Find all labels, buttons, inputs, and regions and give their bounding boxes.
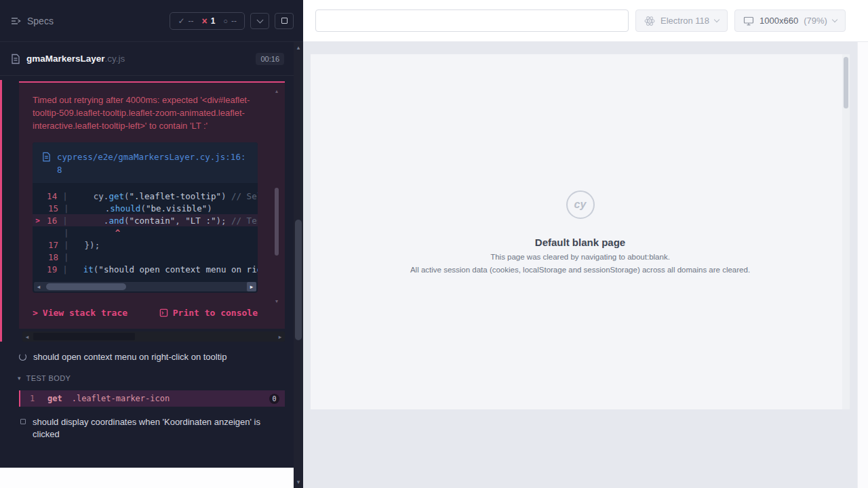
scroll-up-icon[interactable]: ▴ — [294, 44, 303, 51]
command-number: 1 — [30, 394, 47, 403]
cypress-logo: cy — [566, 190, 595, 219]
scroll-right-icon[interactable]: ▸ — [247, 282, 256, 291]
runner-body: cy Default blank page This page was clea… — [303, 42, 868, 488]
attempt-horizontal-scrollbar[interactable]: ◂ ▸ — [22, 331, 285, 342]
stop-run-button[interactable] — [275, 13, 294, 29]
collapse-all-button[interactable] — [250, 13, 269, 29]
code-hscroll-thumb[interactable] — [46, 283, 126, 290]
aut-frame: cy Default blank page This page was clea… — [311, 54, 850, 409]
stat-passed: ✓ -- — [178, 16, 193, 26]
aut-scrollbar[interactable] — [842, 54, 850, 409]
scroll-left-icon[interactable]: ◂ — [34, 282, 43, 291]
error-message: Timed out retrying after 4000ms: expecte… — [33, 94, 253, 132]
file-link-text: cypress/e2e/gmaMarkersLayer.cy.js:16:8 — [57, 150, 248, 176]
code-frame: cypress/e2e/gmaMarkersLayer.cy.js:16:8 1… — [33, 142, 258, 293]
browser-select[interactable]: Electron 118 — [635, 9, 728, 32]
reporter-scroll-thumb[interactable] — [295, 220, 302, 340]
blank-page-title: Default blank page — [535, 237, 625, 248]
url-input[interactable] — [315, 9, 629, 32]
spec-file-icon — [11, 54, 20, 64]
reporter-scrollbar[interactable]: ▴ ▾ — [294, 42, 303, 488]
command-row[interactable]: 1 get .leaflet-marker-icon 0 — [19, 390, 285, 407]
code-frame-file-link[interactable]: cypress/e2e/gmaMarkersLayer.cy.js:16:8 — [33, 142, 258, 183]
passed-count: -- — [188, 16, 193, 26]
chevron-down-icon — [832, 17, 837, 22]
command-method: get — [47, 394, 62, 403]
specs-menu-icon — [11, 17, 21, 25]
test-title: should open context menu on right-click … — [33, 351, 226, 363]
error-panel: Timed out retrying after 4000ms: expecte… — [19, 81, 285, 329]
test-running-row[interactable]: should open context menu on right-click … — [0, 342, 294, 367]
stat-failed: × 1 — [201, 16, 215, 26]
specs-label: Specs — [27, 16, 54, 26]
stage: cy Default blank page This page was clea… — [303, 42, 857, 488]
electron-icon — [644, 16, 655, 26]
chevron-down-icon: ▾ — [18, 375, 21, 382]
aut-scroll-thumb[interactable] — [844, 57, 848, 108]
runner-pane: Electron 118 1000x660 (79%) cy Default b… — [303, 0, 868, 488]
specs-toggle[interactable]: Specs — [11, 16, 54, 26]
print-to-console-button[interactable]: Print to console — [159, 308, 258, 318]
cypress-app: Specs ✓ -- × 1 ○ -- — [0, 0, 868, 488]
command-count-badge: 0 — [269, 394, 279, 404]
code-horizontal-scrollbar[interactable]: ◂ ▸ — [34, 282, 256, 291]
code-lines: 14| cy.get(".leaflet-tooltip") // Sele15… — [33, 183, 258, 277]
blank-page-line2: All active session data (cookies, localS… — [410, 266, 750, 274]
console-icon — [159, 308, 168, 317]
browser-label: Electron 118 — [660, 16, 709, 26]
reporter-sidebar: Specs ✓ -- × 1 ○ -- — [0, 0, 303, 488]
code-line: 17| }); — [33, 239, 258, 251]
spec-duration-badge: 00:16 — [256, 53, 284, 65]
x-icon: × — [201, 16, 207, 26]
blank-page-line1: This page was cleared by navigating to a… — [490, 253, 670, 261]
check-icon: ✓ — [178, 16, 184, 26]
viewport-info[interactable]: 1000x660 (79%) — [734, 9, 846, 32]
reporter-header-controls: ✓ -- × 1 ○ -- — [170, 12, 294, 30]
viewport-size: 1000x660 — [760, 16, 798, 26]
monitor-icon — [743, 16, 754, 26]
error-panel-scrollbar[interactable]: ▴ ▾ — [274, 91, 279, 302]
print-to-console-label: Print to console — [173, 308, 258, 318]
scroll-down-icon[interactable]: ▾ — [274, 298, 279, 304]
code-line: >16| .and("contain", "LT :"); // Test — [33, 214, 258, 226]
view-stack-trace-label: View stack trace — [43, 308, 127, 318]
spec-ext: .cy.js — [105, 54, 125, 64]
pending-count: -- — [231, 16, 237, 26]
code-line: 18| — [33, 251, 258, 263]
test-body-toggle[interactable]: ▾ TEST BODY — [0, 367, 294, 388]
test-running-spinner-icon — [19, 353, 26, 361]
test-pending-row[interactable]: should display coordinates when 'Koordin… — [0, 407, 294, 445]
code-line: 15| .should("be.visible") — [33, 202, 258, 214]
failed-count: 1 — [211, 16, 216, 26]
view-stack-trace-button[interactable]: > View stack trace — [33, 308, 127, 318]
reporter-footer — [0, 468, 294, 488]
stat-pending: ○ -- — [223, 16, 237, 26]
runner-header: Electron 118 1000x660 (79%) — [303, 0, 868, 42]
attempt-fail-indicator — [0, 80, 2, 342]
chevron-right-icon: > — [33, 308, 38, 318]
chevron-down-icon — [714, 17, 719, 22]
scroll-left-icon[interactable]: ◂ — [22, 331, 32, 342]
reporter-content: gmaMarkersLayer.cy.js 00:16 Timed out re… — [0, 42, 294, 468]
circle-icon: ○ — [223, 17, 228, 25]
failed-attempt: Timed out retrying after 4000ms: expecte… — [0, 81, 294, 342]
test-stats: ✓ -- × 1 ○ -- — [170, 12, 245, 30]
viewport-scale: (79%) — [804, 16, 827, 26]
stop-icon — [281, 18, 288, 24]
attempt-hscroll-thumb[interactable] — [33, 333, 135, 340]
test-body-label: TEST BODY — [26, 374, 71, 382]
scroll-up-icon[interactable]: ▴ — [274, 88, 279, 94]
reporter-header: Specs ✓ -- × 1 ○ -- — [0, 0, 303, 42]
command-target: .leaflet-marker-icon — [72, 394, 170, 403]
file-icon — [42, 152, 51, 162]
scroll-down-icon[interactable]: ▾ — [294, 479, 303, 485]
scroll-right-icon[interactable]: ▸ — [275, 331, 285, 342]
code-line: 14| cy.get(".leaflet-tooltip") // Sele — [33, 190, 258, 202]
error-actions: > View stack trace Print to console — [33, 308, 258, 318]
chevron-down-icon — [256, 16, 263, 23]
spec-row[interactable]: gmaMarkersLayer.cy.js 00:16 — [0, 42, 294, 76]
error-panel-scroll-thumb[interactable] — [275, 188, 279, 256]
test-title: should display coordinates when 'Koordin… — [33, 416, 277, 441]
spec-name: gmaMarkersLayer.cy.js — [26, 54, 125, 64]
code-line: 19| it("should open context menu on righ — [33, 263, 258, 275]
